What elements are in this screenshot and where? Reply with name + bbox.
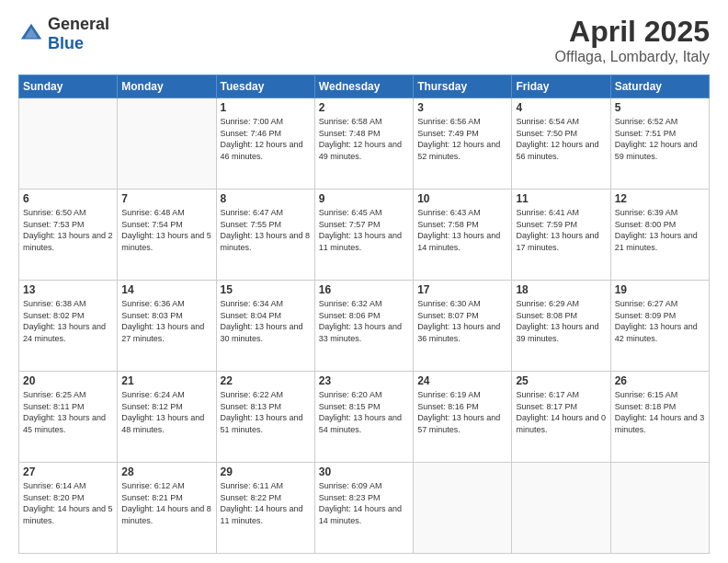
day-number: 5 (615, 101, 705, 114)
calendar-day-cell: 10Sunrise: 6:43 AMSunset: 7:58 PMDayligh… (414, 190, 512, 281)
calendar-week-row: 27Sunrise: 6:14 AMSunset: 8:20 PMDayligh… (19, 463, 710, 554)
day-number: 27 (23, 465, 113, 478)
day-number: 19 (615, 283, 705, 296)
calendar-day-cell: 1Sunrise: 7:00 AMSunset: 7:46 PMDaylight… (216, 98, 314, 190)
day-info: Sunrise: 6:09 AMSunset: 8:23 PMDaylight:… (319, 480, 409, 526)
calendar-day-cell: 8Sunrise: 6:47 AMSunset: 7:55 PMDaylight… (216, 190, 314, 281)
calendar-day-cell: 21Sunrise: 6:24 AMSunset: 8:12 PMDayligh… (118, 372, 216, 463)
calendar-day-cell (118, 98, 216, 190)
day-info: Sunrise: 6:36 AMSunset: 8:03 PMDaylight:… (121, 298, 211, 344)
calendar-day-cell: 18Sunrise: 6:29 AMSunset: 8:08 PMDayligh… (512, 281, 610, 372)
day-number: 12 (615, 192, 705, 205)
day-info: Sunrise: 6:17 AMSunset: 8:17 PMDaylight:… (516, 389, 606, 435)
day-info: Sunrise: 6:22 AMSunset: 8:13 PMDaylight:… (221, 389, 311, 435)
day-info: Sunrise: 6:58 AMSunset: 7:48 PMDaylight:… (319, 116, 409, 162)
day-info: Sunrise: 6:38 AMSunset: 8:02 PMDaylight:… (23, 298, 113, 344)
month-title: April 2025 (555, 15, 710, 49)
day-number: 20 (23, 374, 113, 387)
day-info: Sunrise: 6:41 AMSunset: 7:59 PMDaylight:… (516, 207, 606, 253)
day-number: 9 (319, 192, 409, 205)
day-number: 2 (319, 101, 409, 114)
day-info: Sunrise: 6:20 AMSunset: 8:15 PMDaylight:… (319, 389, 409, 435)
weekday-header: Sunday (19, 75, 118, 98)
calendar-day-cell: 5Sunrise: 6:52 AMSunset: 7:51 PMDaylight… (610, 98, 709, 190)
logo-blue-text: Blue (48, 34, 84, 52)
calendar-day-cell: 20Sunrise: 6:25 AMSunset: 8:11 PMDayligh… (19, 372, 118, 463)
calendar-day-cell: 19Sunrise: 6:27 AMSunset: 8:09 PMDayligh… (610, 281, 709, 372)
calendar-day-cell: 28Sunrise: 6:12 AMSunset: 8:21 PMDayligh… (118, 463, 216, 554)
calendar-day-cell (512, 463, 610, 554)
day-number: 22 (221, 374, 311, 387)
page: General Blue April 2025 Offlaga, Lombard… (0, 0, 728, 563)
calendar-day-cell: 17Sunrise: 6:30 AMSunset: 8:07 PMDayligh… (414, 281, 512, 372)
day-info: Sunrise: 6:15 AMSunset: 8:18 PMDaylight:… (615, 389, 705, 435)
day-info: Sunrise: 6:39 AMSunset: 8:00 PMDaylight:… (615, 207, 705, 253)
day-info: Sunrise: 6:12 AMSunset: 8:21 PMDaylight:… (121, 480, 211, 526)
day-number: 23 (319, 374, 409, 387)
day-info: Sunrise: 6:19 AMSunset: 8:16 PMDaylight:… (417, 389, 507, 435)
day-info: Sunrise: 6:25 AMSunset: 8:11 PMDaylight:… (23, 389, 113, 435)
day-number: 7 (121, 192, 211, 205)
calendar-day-cell: 30Sunrise: 6:09 AMSunset: 8:23 PMDayligh… (314, 463, 413, 554)
day-number: 17 (417, 283, 507, 296)
day-number: 3 (417, 101, 507, 114)
calendar-day-cell (19, 98, 118, 190)
day-number: 28 (121, 465, 211, 478)
day-number: 16 (319, 283, 409, 296)
day-number: 21 (121, 374, 211, 387)
calendar-day-cell: 22Sunrise: 6:22 AMSunset: 8:13 PMDayligh… (216, 372, 314, 463)
calendar-day-cell: 3Sunrise: 6:56 AMSunset: 7:49 PMDaylight… (414, 98, 512, 190)
calendar-day-cell: 9Sunrise: 6:45 AMSunset: 7:57 PMDaylight… (314, 190, 413, 281)
calendar-day-cell: 15Sunrise: 6:34 AMSunset: 8:04 PMDayligh… (216, 281, 314, 372)
day-number: 26 (615, 374, 705, 387)
day-number: 10 (417, 192, 507, 205)
day-info: Sunrise: 6:34 AMSunset: 8:04 PMDaylight:… (221, 298, 311, 344)
calendar-day-cell: 4Sunrise: 6:54 AMSunset: 7:50 PMDaylight… (512, 98, 610, 190)
day-info: Sunrise: 6:52 AMSunset: 7:51 PMDaylight:… (615, 116, 705, 162)
day-number: 14 (121, 283, 211, 296)
weekday-header: Friday (512, 75, 610, 98)
calendar-day-cell: 13Sunrise: 6:38 AMSunset: 8:02 PMDayligh… (19, 281, 118, 372)
day-info: Sunrise: 6:30 AMSunset: 8:07 PMDaylight:… (417, 298, 507, 344)
logo-general-text: General (48, 15, 109, 33)
day-info: Sunrise: 6:47 AMSunset: 7:55 PMDaylight:… (221, 207, 311, 253)
calendar-day-cell (610, 463, 709, 554)
day-number: 6 (23, 192, 113, 205)
day-info: Sunrise: 6:32 AMSunset: 8:06 PMDaylight:… (319, 298, 409, 344)
weekday-header: Monday (118, 75, 216, 98)
calendar-day-cell: 12Sunrise: 6:39 AMSunset: 8:00 PMDayligh… (610, 190, 709, 281)
day-info: Sunrise: 6:50 AMSunset: 7:53 PMDaylight:… (23, 207, 113, 253)
calendar-day-cell: 7Sunrise: 6:48 AMSunset: 7:54 PMDaylight… (118, 190, 216, 281)
day-number: 18 (516, 283, 606, 296)
day-info: Sunrise: 6:24 AMSunset: 8:12 PMDaylight:… (121, 389, 211, 435)
day-info: Sunrise: 6:27 AMSunset: 8:09 PMDaylight:… (615, 298, 705, 344)
day-number: 11 (516, 192, 606, 205)
weekday-header: Tuesday (216, 75, 314, 98)
day-number: 30 (319, 465, 409, 478)
day-number: 1 (221, 101, 311, 114)
title-block: April 2025 Offlaga, Lombardy, Italy (555, 15, 710, 65)
day-number: 25 (516, 374, 606, 387)
logo-icon (18, 21, 44, 47)
day-info: Sunrise: 6:14 AMSunset: 8:20 PMDaylight:… (23, 480, 113, 526)
day-number: 24 (417, 374, 507, 387)
day-number: 29 (221, 465, 311, 478)
calendar-day-cell: 16Sunrise: 6:32 AMSunset: 8:06 PMDayligh… (314, 281, 413, 372)
day-number: 15 (221, 283, 311, 296)
day-info: Sunrise: 6:54 AMSunset: 7:50 PMDaylight:… (516, 116, 606, 162)
calendar-day-cell (414, 463, 512, 554)
calendar-day-cell: 25Sunrise: 6:17 AMSunset: 8:17 PMDayligh… (512, 372, 610, 463)
day-info: Sunrise: 6:48 AMSunset: 7:54 PMDaylight:… (121, 207, 211, 253)
weekday-header: Thursday (414, 75, 512, 98)
logo: General Blue (18, 15, 109, 53)
calendar-week-row: 6Sunrise: 6:50 AMSunset: 7:53 PMDaylight… (19, 190, 710, 281)
day-info: Sunrise: 6:45 AMSunset: 7:57 PMDaylight:… (319, 207, 409, 253)
day-info: Sunrise: 6:11 AMSunset: 8:22 PMDaylight:… (221, 480, 311, 526)
location: Offlaga, Lombardy, Italy (555, 49, 710, 65)
weekday-header: Wednesday (314, 75, 413, 98)
day-number: 4 (516, 101, 606, 114)
calendar-week-row: 20Sunrise: 6:25 AMSunset: 8:11 PMDayligh… (19, 372, 710, 463)
calendar-day-cell: 11Sunrise: 6:41 AMSunset: 7:59 PMDayligh… (512, 190, 610, 281)
calendar-day-cell: 2Sunrise: 6:58 AMSunset: 7:48 PMDaylight… (314, 98, 413, 190)
calendar-week-row: 1Sunrise: 7:00 AMSunset: 7:46 PMDaylight… (19, 98, 710, 190)
